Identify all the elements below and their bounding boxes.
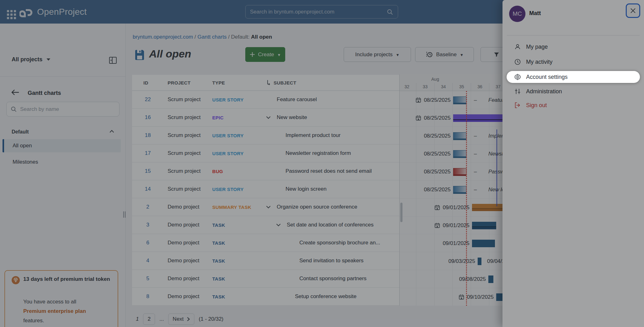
menu-item-account-settings[interactable]: Account settings xyxy=(507,71,640,83)
dim-overlay xyxy=(0,0,644,327)
menu-item-label: Account settings xyxy=(526,74,568,80)
gear-icon xyxy=(514,74,521,80)
